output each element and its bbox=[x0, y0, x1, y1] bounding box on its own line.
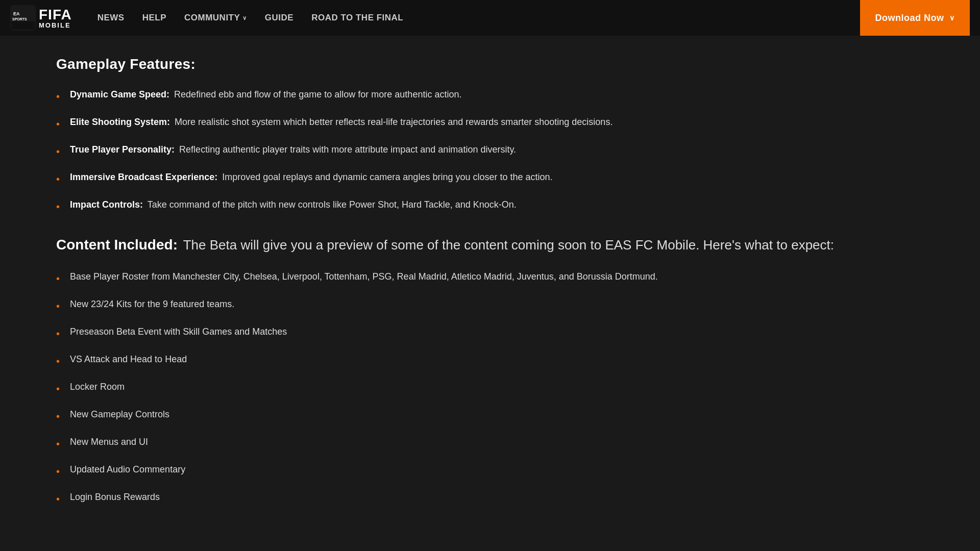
list-item: • VS Attack and Head to Head bbox=[56, 353, 924, 369]
list-item-text: True Player Personality: Reflecting auth… bbox=[70, 143, 516, 157]
svg-text:EA: EA bbox=[13, 11, 20, 16]
list-item-text: Elite Shooting System: More realistic sh… bbox=[70, 115, 612, 129]
ea-sports-icon: EA SPORTS bbox=[10, 5, 36, 31]
download-now-label: Download Now bbox=[875, 13, 944, 23]
gameplay-features-heading-text: Gameplay Features: bbox=[56, 56, 195, 72]
list-item-desc: More realistic shot system which better … bbox=[172, 117, 612, 127]
bullet-icon: • bbox=[56, 144, 60, 159]
list-item-text: New Gameplay Controls bbox=[70, 408, 169, 421]
list-item: • Impact Controls: Take command of the p… bbox=[56, 198, 924, 214]
list-item-text: VS Attack and Head to Head bbox=[70, 353, 187, 366]
bullet-icon: • bbox=[56, 298, 60, 314]
nav-item-guide[interactable]: GUIDE bbox=[265, 13, 293, 23]
logo-area: EA SPORTS FIFA MOBILE bbox=[10, 5, 72, 31]
list-item-bold: Impact Controls: bbox=[70, 199, 143, 210]
navbar: EA SPORTS FIFA MOBILE NEWS HELP COMMUNIT… bbox=[0, 0, 980, 36]
nav-item-guide-label: GUIDE bbox=[265, 13, 293, 23]
logo-fifa: FIFA bbox=[39, 8, 72, 22]
list-item: • Elite Shooting System: More realistic … bbox=[56, 115, 924, 132]
logo-mobile: MOBILE bbox=[39, 22, 72, 29]
list-item: • Dynamic Game Speed: Redefined ebb and … bbox=[56, 88, 924, 104]
list-item: • Updated Audio Commentary bbox=[56, 463, 924, 479]
nav-item-help[interactable]: HELP bbox=[142, 13, 166, 23]
bullet-icon: • bbox=[56, 409, 60, 424]
nav-item-road[interactable]: ROAD TO THE FINAL bbox=[311, 13, 403, 23]
list-item-bold: True Player Personality: bbox=[70, 144, 175, 155]
download-chevron-icon: ∨ bbox=[949, 14, 955, 22]
list-item: • New Menus and UI bbox=[56, 435, 924, 452]
list-item-desc: Take command of the pitch with new contr… bbox=[145, 199, 517, 210]
gameplay-features-heading: Gameplay Features: bbox=[56, 56, 924, 72]
list-item-text: Login Bonus Rewards bbox=[70, 490, 160, 504]
list-item-text: Updated Audio Commentary bbox=[70, 463, 185, 477]
bullet-icon: • bbox=[56, 381, 60, 396]
navbar-left: EA SPORTS FIFA MOBILE NEWS HELP COMMUNIT… bbox=[10, 5, 403, 31]
nav-item-news-label: NEWS bbox=[97, 13, 125, 23]
nav-item-community-label: COMMUNITY bbox=[184, 13, 240, 23]
gameplay-features-list: • Dynamic Game Speed: Redefined ebb and … bbox=[56, 88, 924, 214]
list-item-desc: Improved goal replays and dynamic camera… bbox=[219, 172, 552, 182]
svg-rect-3 bbox=[11, 21, 35, 30]
list-item-text: Immersive Broadcast Experience: Improved… bbox=[70, 170, 553, 184]
list-item-text: Preseason Beta Event with Skill Games an… bbox=[70, 325, 287, 339]
bullet-icon: • bbox=[56, 491, 60, 507]
logo-text: FIFA MOBILE bbox=[39, 8, 72, 29]
content-included-text: The Beta will give you a preview of some… bbox=[180, 237, 834, 253]
list-item-text: Dynamic Game Speed: Redefined ebb and fl… bbox=[70, 88, 461, 102]
list-item: • Login Bonus Rewards bbox=[56, 490, 924, 507]
bullet-icon: • bbox=[56, 271, 60, 286]
list-item-text: Impact Controls: Take command of the pit… bbox=[70, 198, 517, 212]
bullet-icon: • bbox=[56, 171, 60, 187]
content-included-section: Content Included: The Beta will give you… bbox=[56, 235, 924, 507]
main-content: Gameplay Features: • Dynamic Game Speed:… bbox=[0, 36, 980, 551]
list-item: • Preseason Beta Event with Skill Games … bbox=[56, 325, 924, 341]
list-item-text: Locker Room bbox=[70, 380, 125, 394]
list-item-text: New Menus and UI bbox=[70, 435, 148, 449]
list-item: • New 23/24 Kits for the 9 featured team… bbox=[56, 297, 924, 314]
nav-item-road-label: ROAD TO THE FINAL bbox=[311, 13, 403, 23]
content-included-heading: Content Included: The Beta will give you… bbox=[56, 235, 924, 255]
bullet-icon: • bbox=[56, 436, 60, 452]
list-item-text: New 23/24 Kits for the 9 featured teams. bbox=[70, 297, 234, 311]
list-item: • Immersive Broadcast Experience: Improv… bbox=[56, 170, 924, 187]
bullet-icon: • bbox=[56, 199, 60, 214]
bullet-icon: • bbox=[56, 354, 60, 369]
bullet-icon: • bbox=[56, 326, 60, 341]
list-item-desc: Redefined ebb and flow of the game to al… bbox=[172, 89, 461, 99]
gameplay-features-section: Gameplay Features: • Dynamic Game Speed:… bbox=[56, 56, 924, 214]
content-included-bold: Content Included: bbox=[56, 237, 178, 253]
list-item-desc: Reflecting authentic player traits with … bbox=[177, 144, 516, 155]
list-item: • Base Player Roster from Manchester Cit… bbox=[56, 270, 924, 286]
svg-text:SPORTS: SPORTS bbox=[12, 17, 27, 21]
bullet-icon: • bbox=[56, 116, 60, 132]
list-item-bold: Immersive Broadcast Experience: bbox=[70, 172, 217, 182]
list-item: • True Player Personality: Reflecting au… bbox=[56, 143, 924, 159]
list-item: • Locker Room bbox=[56, 380, 924, 396]
community-chevron-icon: ∨ bbox=[242, 15, 247, 21]
list-item: • New Gameplay Controls bbox=[56, 408, 924, 424]
nav-item-community[interactable]: COMMUNITY ∨ bbox=[184, 13, 247, 23]
content-included-list: • Base Player Roster from Manchester Cit… bbox=[56, 270, 924, 507]
list-item-bold: Elite Shooting System: bbox=[70, 117, 170, 127]
bullet-icon: • bbox=[56, 464, 60, 479]
list-item-text: Base Player Roster from Manchester City,… bbox=[70, 270, 658, 284]
list-item-bold: Dynamic Game Speed: bbox=[70, 89, 169, 99]
bullet-icon: • bbox=[56, 89, 60, 104]
nav-item-news[interactable]: NEWS bbox=[97, 13, 125, 23]
nav-item-help-label: HELP bbox=[142, 13, 166, 23]
nav-links: NEWS HELP COMMUNITY ∨ GUIDE ROAD TO THE … bbox=[97, 13, 404, 23]
download-now-button[interactable]: Download Now ∨ bbox=[860, 0, 970, 36]
